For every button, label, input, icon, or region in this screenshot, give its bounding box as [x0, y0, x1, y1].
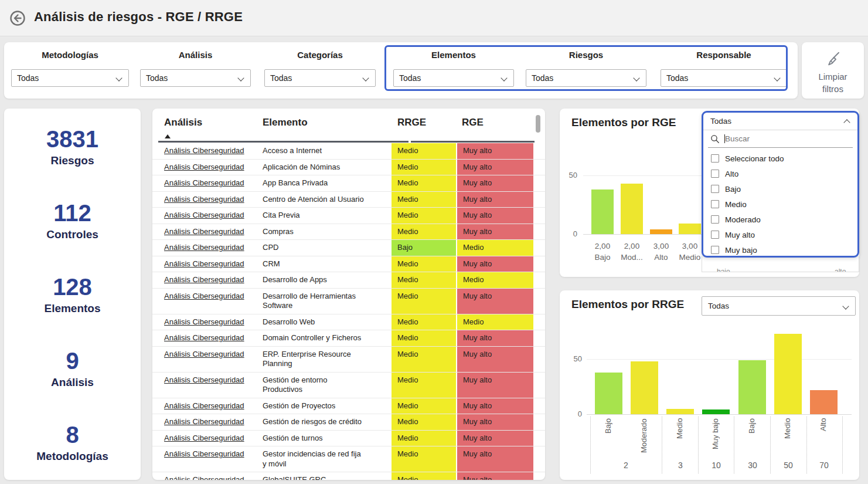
column-header-analisis[interactable]: Análisis [164, 117, 202, 128]
rge-level-cell: Muy alto [456, 398, 533, 414]
table-row[interactable]: Análisis CiberseguridadGestión de Proyec… [152, 398, 545, 415]
bar-medio[interactable] [666, 409, 694, 414]
analisis-cell[interactable]: Análisis Ciberseguridad [152, 208, 263, 224]
bar-bajo[interactable] [738, 360, 766, 414]
analisis-cell[interactable]: Análisis Ciberseguridad [152, 398, 263, 414]
analisis-cell[interactable]: Análisis Ciberseguridad [152, 143, 263, 159]
analisis-link[interactable]: Análisis Ciberseguridad [164, 333, 244, 342]
analisis-link[interactable]: Análisis Ciberseguridad [164, 195, 244, 204]
analisis-cell[interactable]: Análisis Ciberseguridad [152, 192, 263, 208]
table-row[interactable]: Análisis CiberseguridadComprasMedioMuy a… [152, 224, 545, 241]
filter-select-categorías[interactable]: Todas [264, 69, 376, 87]
bar-moderado[interactable] [631, 361, 658, 414]
table-row[interactable]: Análisis CiberseguridadAcceso a Internet… [152, 143, 545, 160]
bar-bajo[interactable] [595, 373, 622, 414]
analisis-link[interactable]: Análisis Ciberseguridad [164, 317, 244, 326]
table-row[interactable]: Análisis CiberseguridadGestión de turnos… [152, 431, 545, 447]
analisis-link[interactable]: Análisis Ciberseguridad [164, 243, 244, 252]
checkbox-unchecked[interactable] [711, 215, 719, 224]
analisis-cell[interactable]: Análisis Ciberseguridad [152, 373, 263, 398]
slicer-option-bajo[interactable]: Bajo [703, 181, 857, 197]
analisis-cell[interactable]: Análisis Ciberseguridad [152, 314, 263, 330]
analisis-cell[interactable]: Análisis Ciberseguridad [152, 472, 263, 480]
slicer-selected-value[interactable]: Todas [703, 113, 857, 130]
checkbox-unchecked[interactable] [711, 246, 719, 254]
filter-select-análisis[interactable]: Todas [140, 69, 251, 87]
analisis-link[interactable]: Análisis Ciberseguridad [164, 211, 244, 219]
analisis-cell[interactable]: Análisis Ciberseguridad [152, 347, 263, 372]
table-row[interactable]: Análisis CiberseguridadGlobalSUITE GRCMe… [152, 472, 545, 480]
table-row[interactable]: Análisis CiberseguridadCentro de Atenció… [152, 192, 545, 208]
analisis-link[interactable]: Análisis Ciberseguridad [164, 178, 244, 187]
analisis-link[interactable]: Análisis Ciberseguridad [164, 163, 244, 171]
slicer-option-seleccionar-todo[interactable]: Seleccionar todo [703, 151, 857, 166]
filter-select-responsable[interactable]: Todas [661, 69, 787, 87]
filter-select-riesgos[interactable]: Todas [526, 69, 646, 87]
analisis-link[interactable]: Análisis Ciberseguridad [164, 350, 244, 358]
table-scrollbar[interactable] [536, 115, 540, 133]
analisis-link[interactable]: Análisis Ciberseguridad [164, 434, 244, 442]
back-button[interactable] [9, 10, 26, 26]
checkbox-unchecked[interactable] [711, 231, 719, 239]
bar-3,00 Medio[interactable] [679, 224, 701, 234]
analisis-link[interactable]: Análisis Ciberseguridad [164, 475, 244, 480]
slicer-option-medio[interactable]: Medio [703, 197, 857, 212]
table-row[interactable]: Análisis CiberseguridadGestión de riesgo… [152, 414, 545, 431]
column-header-rge[interactable]: RGE [462, 117, 484, 128]
analisis-link[interactable]: Análisis Ciberseguridad [164, 417, 244, 426]
slicer-option-muy-bajo[interactable]: Muy bajo [703, 242, 857, 258]
table-row[interactable]: Análisis CiberseguridadERP. Enterprise R… [152, 347, 545, 373]
checkbox-unchecked[interactable] [711, 154, 719, 163]
bar-muy-bajo[interactable] [702, 409, 730, 414]
table-row[interactable]: Análisis CiberseguridadDesarrollo de App… [152, 272, 545, 289]
bar-medio[interactable] [774, 334, 802, 414]
slicer-search-input[interactable] [725, 134, 830, 143]
bar-2,00 Mod...[interactable] [621, 184, 643, 234]
slicer-option-muy-alto[interactable]: Muy alto [703, 227, 857, 242]
table-row[interactable]: Análisis CiberseguridadCita PreviaMedioM… [152, 208, 545, 224]
slicer-option-moderado[interactable]: Moderado [703, 212, 857, 227]
analisis-link[interactable]: Análisis Ciberseguridad [164, 146, 244, 155]
table-row[interactable]: Análisis CiberseguridadCRMMedioMuy alto [152, 256, 545, 273]
table-row[interactable]: Análisis CiberseguridadApp Banca Privada… [152, 175, 545, 192]
slicer-option-label: Muy bajo [725, 246, 757, 255]
table-row[interactable]: Análisis CiberseguridadGestión de entorn… [152, 373, 545, 398]
table-row[interactable]: Análisis CiberseguridadDomain Controller… [152, 330, 545, 347]
clear-filters-button[interactable]: Limpiar filtros [802, 42, 864, 99]
analisis-link[interactable]: Análisis Ciberseguridad [164, 401, 244, 410]
table-row[interactable]: Análisis CiberseguridadDesarrollo WebMed… [152, 314, 545, 331]
analisis-link[interactable]: Análisis Ciberseguridad [164, 292, 244, 300]
analisis-cell[interactable]: Análisis Ciberseguridad [152, 240, 263, 256]
bar-3,00 Alto[interactable] [650, 229, 672, 234]
analisis-cell[interactable]: Análisis Ciberseguridad [152, 414, 263, 430]
analisis-cell[interactable]: Análisis Ciberseguridad [152, 330, 263, 346]
analisis-link[interactable]: Análisis Ciberseguridad [164, 375, 244, 384]
analisis-link[interactable]: Análisis Ciberseguridad [164, 227, 244, 236]
table-row[interactable]: Análisis CiberseguridadDesarrollo de Her… [152, 289, 545, 314]
analisis-cell[interactable]: Análisis Ciberseguridad [152, 446, 263, 472]
slicer-option-alto[interactable]: Alto [703, 166, 857, 181]
analisis-cell[interactable]: Análisis Ciberseguridad [152, 160, 263, 175]
table-row[interactable]: Análisis CiberseguridadGestor incidencia… [152, 446, 545, 472]
analisis-cell[interactable]: Análisis Ciberseguridad [152, 272, 263, 288]
table-row[interactable]: Análisis CiberseguridadAplicación de Nóm… [152, 160, 545, 176]
rrge-slicer-select[interactable]: Todas [702, 296, 856, 316]
analisis-cell[interactable]: Análisis Ciberseguridad [152, 256, 263, 272]
checkbox-unchecked[interactable] [711, 200, 719, 208]
bar-2,00 Bajo[interactable] [591, 189, 614, 234]
table-row[interactable]: Análisis CiberseguridadCPDBajoMedio [152, 240, 545, 256]
analisis-cell[interactable]: Análisis Ciberseguridad [152, 175, 263, 191]
bar-alto[interactable] [810, 390, 838, 414]
checkbox-unchecked[interactable] [711, 185, 719, 193]
analisis-link[interactable]: Análisis Ciberseguridad [164, 275, 244, 284]
analisis-cell[interactable]: Análisis Ciberseguridad [152, 289, 263, 314]
column-header-rrge[interactable]: RRGE [397, 117, 426, 128]
analisis-link[interactable]: Análisis Ciberseguridad [164, 259, 244, 268]
analisis-link[interactable]: Análisis Ciberseguridad [164, 449, 244, 458]
analisis-cell[interactable]: Análisis Ciberseguridad [152, 431, 263, 446]
filter-select-metodologías[interactable]: Todas [11, 69, 129, 87]
column-header-elemento[interactable]: Elemento [263, 117, 308, 128]
analisis-cell[interactable]: Análisis Ciberseguridad [152, 224, 263, 240]
checkbox-unchecked[interactable] [711, 170, 719, 178]
filter-select-elementos[interactable]: Todas [393, 69, 514, 87]
